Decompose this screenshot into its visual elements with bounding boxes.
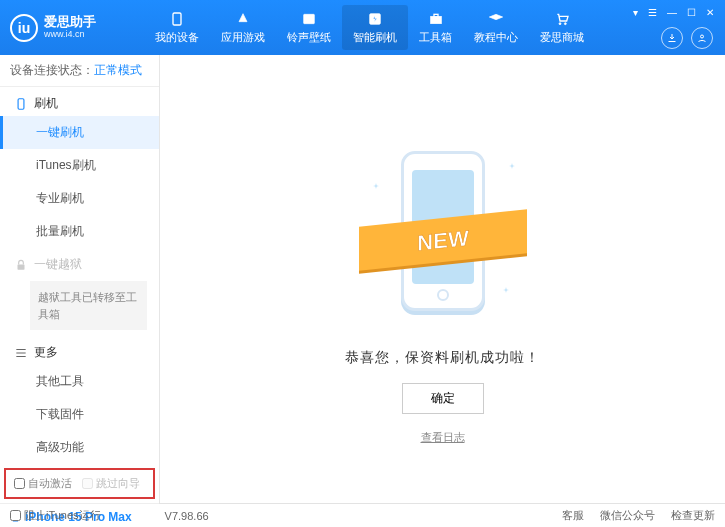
- sidebar-item-oneclick-flash[interactable]: 一键刷机: [0, 116, 159, 149]
- sidebar-item-download-firmware[interactable]: 下载固件: [0, 398, 159, 431]
- svg-point-5: [559, 23, 561, 25]
- section-jailbreak: 一键越狱: [0, 248, 159, 277]
- toolbox-icon: [427, 10, 445, 28]
- nav-flash[interactable]: 智能刷机: [342, 5, 408, 50]
- sparkle-icon: [503, 287, 509, 293]
- checkbox-block-itunes[interactable]: 阻止iTunes运行: [10, 508, 101, 523]
- sidebar: 设备连接状态：正常模式 刷机 一键刷机 iTunes刷机 专业刷机 批量刷机 一…: [0, 55, 160, 503]
- user-button[interactable]: [691, 27, 713, 49]
- close-icon[interactable]: ✕: [703, 6, 717, 19]
- app-subtitle: www.i4.cn: [44, 30, 96, 40]
- svg-rect-8: [18, 98, 24, 109]
- sparkle-icon: [373, 183, 379, 189]
- ok-button[interactable]: 确定: [402, 383, 484, 414]
- jailbreak-note: 越狱工具已转移至工具箱: [30, 281, 147, 330]
- checkbox-auto-activate[interactable]: 自动激活: [14, 476, 72, 491]
- device-icon: [14, 97, 28, 111]
- minimize-icon[interactable]: —: [664, 6, 680, 19]
- sidebar-item-other-tools[interactable]: 其他工具: [0, 365, 159, 398]
- footer-link-support[interactable]: 客服: [562, 508, 584, 523]
- nav-ringtone[interactable]: 铃声壁纸: [276, 5, 342, 50]
- list-icon: [14, 346, 28, 360]
- nav-apps[interactable]: 应用游戏: [210, 5, 276, 50]
- nav-tutorial[interactable]: 教程中心: [463, 5, 529, 50]
- svg-point-6: [564, 23, 566, 25]
- sparkle-icon: [509, 163, 515, 169]
- cart-icon: [553, 10, 571, 28]
- app-header: iu 爱思助手 www.i4.cn 我的设备 应用游戏 铃声壁纸 智能刷机 工具…: [0, 0, 725, 55]
- svg-rect-4: [434, 14, 438, 17]
- svg-rect-9: [18, 264, 25, 269]
- logo: iu 爱思助手 www.i4.cn: [10, 14, 130, 42]
- main-content: NEW 恭喜您，保资料刷机成功啦！ 确定 查看日志: [160, 55, 725, 503]
- new-ribbon: NEW: [359, 209, 527, 271]
- phone-icon: [168, 10, 186, 28]
- image-icon: [300, 10, 318, 28]
- sidebar-item-batch-flash[interactable]: 批量刷机: [0, 215, 159, 248]
- nav-toolbox[interactable]: 工具箱: [408, 5, 463, 50]
- footer-link-update[interactable]: 检查更新: [671, 508, 715, 523]
- section-flash[interactable]: 刷机: [0, 87, 159, 116]
- options-box: 自动激活 跳过向导: [4, 468, 155, 499]
- lock-icon: [14, 258, 28, 272]
- flash-icon: [366, 10, 384, 28]
- svg-text:NEW: NEW: [417, 225, 468, 255]
- nav-store[interactable]: 爱思商城: [529, 5, 595, 50]
- nav-my-device[interactable]: 我的设备: [144, 5, 210, 50]
- sidebar-item-pro-flash[interactable]: 专业刷机: [0, 182, 159, 215]
- svg-rect-0: [173, 13, 181, 25]
- graduation-icon: [487, 10, 505, 28]
- version-label: V7.98.66: [165, 510, 209, 522]
- view-log-link[interactable]: 查看日志: [421, 430, 465, 445]
- success-message: 恭喜您，保资料刷机成功啦！: [345, 349, 540, 367]
- app-title: 爱思助手: [44, 15, 96, 29]
- window-controls: ▾ ☰ — ☐ ✕: [630, 6, 717, 19]
- section-more[interactable]: 更多: [0, 336, 159, 365]
- menu-icon[interactable]: ▾: [630, 6, 641, 19]
- download-button[interactable]: [661, 27, 683, 49]
- success-illustration: NEW: [363, 133, 523, 333]
- connection-status: 设备连接状态：正常模式: [0, 55, 159, 87]
- checkbox-skip-wizard[interactable]: 跳过向导: [82, 476, 140, 491]
- sidebar-item-advanced[interactable]: 高级功能: [0, 431, 159, 464]
- logo-icon: iu: [10, 14, 38, 42]
- svg-point-7: [701, 35, 704, 38]
- apps-icon: [234, 10, 252, 28]
- maximize-icon[interactable]: ☐: [684, 6, 699, 19]
- footer-link-wechat[interactable]: 微信公众号: [600, 508, 655, 523]
- svg-rect-1: [304, 14, 315, 23]
- sidebar-item-itunes-flash[interactable]: iTunes刷机: [0, 149, 159, 182]
- lines-icon[interactable]: ☰: [645, 6, 660, 19]
- main-nav: 我的设备 应用游戏 铃声壁纸 智能刷机 工具箱 教程中心 爱思商城: [144, 5, 595, 50]
